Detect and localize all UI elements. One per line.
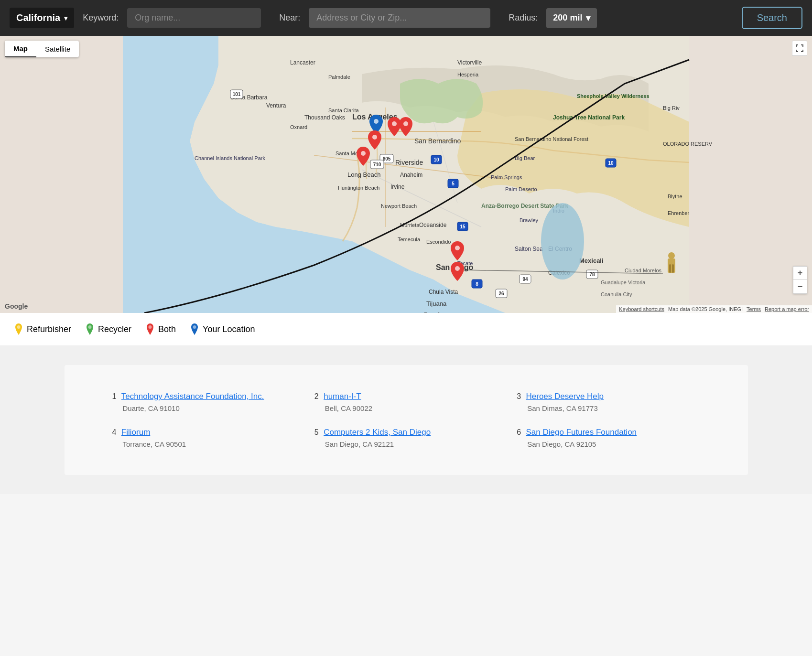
refurbisher-pin-icon bbox=[14, 323, 23, 336]
svg-text:Brawley: Brawley bbox=[520, 217, 539, 223]
map-legend: Refurbisher Recycler Both Your Location bbox=[0, 313, 812, 346]
result-name[interactable]: San Diego Futures Foundation bbox=[526, 428, 637, 437]
svg-text:Ventura: Ventura bbox=[266, 102, 286, 109]
svg-point-61 bbox=[372, 135, 377, 140]
svg-text:Oceanside: Oceanside bbox=[419, 222, 447, 228]
svg-point-93 bbox=[88, 325, 92, 329]
svg-text:10: 10 bbox=[608, 161, 614, 166]
svg-text:Palmdale: Palmdale bbox=[328, 74, 350, 80]
svg-text:Channel Islands National Park: Channel Islands National Park bbox=[195, 155, 265, 161]
result-item: 1 Technology Assistance Foundation, Inc.… bbox=[103, 384, 305, 420]
google-logo: Google bbox=[5, 302, 28, 310]
svg-text:Escondido: Escondido bbox=[426, 239, 451, 245]
svg-point-66 bbox=[668, 252, 675, 259]
attribution-terms[interactable]: Terms bbox=[747, 306, 761, 312]
svg-text:Ciudad Morelos: Ciudad Morelos bbox=[625, 268, 662, 273]
radius-chevron: ▾ bbox=[586, 13, 590, 23]
map-tab-satellite[interactable]: Satellite bbox=[36, 41, 79, 57]
result-name[interactable]: human-I-T bbox=[324, 392, 361, 401]
attribution-report[interactable]: Report a map error bbox=[765, 306, 809, 312]
svg-point-58 bbox=[374, 119, 379, 124]
zoom-in-button[interactable]: + bbox=[793, 267, 807, 280]
result-item: 4 Filiorum Torrance, CA 90501 bbox=[103, 420, 305, 456]
results-section: 1 Technology Assistance Foundation, Inc.… bbox=[0, 346, 812, 494]
attribution-keyboard[interactable]: Keyboard shortcuts bbox=[619, 306, 664, 312]
fullscreen-button[interactable] bbox=[792, 41, 807, 56]
result-item: 6 San Diego Futures Foundation San Diego… bbox=[507, 420, 709, 456]
map-svg[interactable]: Los Angeles San Bernardino Riverside Lon… bbox=[0, 36, 812, 313]
result-number: 3 bbox=[517, 392, 521, 401]
result-name[interactable]: Computers 2 Kids, San Diego bbox=[324, 428, 431, 437]
result-address: Duarte, CA 91010 bbox=[123, 404, 295, 412]
svg-text:Mexicali: Mexicali bbox=[579, 257, 604, 264]
state-label: California bbox=[16, 12, 60, 23]
top-bar: California ▾ Keyword: Near: Radius: 200 … bbox=[0, 0, 812, 36]
svg-text:Tijuana: Tijuana bbox=[426, 300, 447, 307]
result-number: 1 bbox=[112, 392, 117, 401]
search-button[interactable]: Search bbox=[742, 7, 802, 29]
your-location-label: Your Location bbox=[203, 324, 255, 334]
result-address: Bell, CA 90022 bbox=[325, 404, 498, 412]
svg-text:Coahuila City: Coahuila City bbox=[601, 291, 632, 297]
near-label: Near: bbox=[279, 13, 300, 23]
svg-point-64 bbox=[455, 266, 460, 271]
svg-text:Rosarito: Rosarito bbox=[424, 312, 444, 313]
svg-text:Lancaster: Lancaster bbox=[290, 59, 315, 66]
result-name[interactable]: Filiorum bbox=[121, 428, 150, 437]
result-address: San Diego, CA 92121 bbox=[325, 440, 498, 448]
svg-point-62 bbox=[361, 151, 366, 156]
svg-text:Palm Deserto: Palm Deserto bbox=[505, 186, 537, 192]
svg-text:OLORADO RESERV: OLORADO RESERV bbox=[663, 141, 713, 147]
recycler-label: Recycler bbox=[98, 324, 131, 334]
keyword-label: Keyword: bbox=[83, 13, 119, 23]
svg-text:Long Beach: Long Beach bbox=[347, 171, 380, 178]
svg-point-60 bbox=[403, 121, 408, 126]
svg-rect-68 bbox=[672, 264, 674, 273]
svg-text:Salton Sea: Salton Sea bbox=[515, 246, 543, 252]
map-controls: Map Satellite bbox=[5, 41, 79, 57]
legend-recycler: Recycler bbox=[86, 323, 131, 336]
radius-label: Radius: bbox=[509, 13, 538, 23]
attribution-data: Map data ©2025 Google, INEGI bbox=[668, 306, 743, 312]
result-address: San Diego, CA 92105 bbox=[527, 440, 700, 448]
legend-your-location: Your Location bbox=[190, 323, 255, 336]
result-address: San Dimas, CA 91773 bbox=[527, 404, 700, 412]
result-address: Torrance, CA 90501 bbox=[123, 440, 295, 448]
svg-text:Sheephole Valley Wilderness: Sheephole Valley Wilderness bbox=[577, 93, 650, 99]
near-input[interactable] bbox=[309, 8, 490, 28]
svg-text:5: 5 bbox=[452, 181, 455, 186]
state-dropdown[interactable]: California ▾ bbox=[10, 8, 74, 28]
svg-point-92 bbox=[17, 325, 21, 329]
svg-text:Ehrenber: Ehrenber bbox=[668, 210, 690, 216]
zoom-out-button[interactable]: − bbox=[793, 280, 807, 293]
legend-refurbisher: Refurbisher bbox=[14, 323, 71, 336]
svg-text:Chula Vista: Chula Vista bbox=[429, 289, 458, 295]
svg-point-57 bbox=[541, 203, 584, 280]
svg-text:Temecula: Temecula bbox=[398, 237, 421, 242]
svg-text:Anaheim: Anaheim bbox=[400, 172, 422, 178]
state-chevron: ▾ bbox=[64, 14, 67, 22]
result-name[interactable]: Heroes Deserve Help bbox=[526, 392, 604, 401]
keyword-input[interactable] bbox=[127, 8, 261, 28]
svg-text:San Bernardino: San Bernardino bbox=[414, 137, 461, 145]
pegman-icon[interactable] bbox=[668, 252, 675, 273]
svg-text:Blythe: Blythe bbox=[668, 194, 682, 199]
svg-text:Riverside: Riverside bbox=[395, 159, 423, 166]
zoom-controls: + − bbox=[793, 266, 807, 294]
svg-text:Joshua Tree National Park: Joshua Tree National Park bbox=[553, 114, 625, 121]
svg-text:Oxnard: Oxnard bbox=[290, 124, 307, 130]
result-number: 5 bbox=[314, 428, 319, 437]
svg-text:Hesperia: Hesperia bbox=[457, 72, 479, 77]
results-container: 1 Technology Assistance Foundation, Inc.… bbox=[65, 365, 748, 475]
svg-text:Guadalupe Victoria: Guadalupe Victoria bbox=[601, 280, 646, 285]
result-name[interactable]: Technology Assistance Foundation, Inc. bbox=[121, 392, 264, 401]
svg-point-94 bbox=[149, 325, 152, 329]
map-container: Map Satellite bbox=[0, 36, 812, 313]
svg-text:Huntington Beach: Huntington Beach bbox=[338, 185, 379, 191]
radius-dropdown[interactable]: 200 mil ▾ bbox=[546, 8, 597, 28]
svg-text:15: 15 bbox=[460, 224, 466, 229]
map-tab-map[interactable]: Map bbox=[5, 41, 36, 57]
result-number: 2 bbox=[314, 392, 319, 401]
both-label: Both bbox=[158, 324, 176, 334]
svg-point-59 bbox=[392, 121, 397, 126]
